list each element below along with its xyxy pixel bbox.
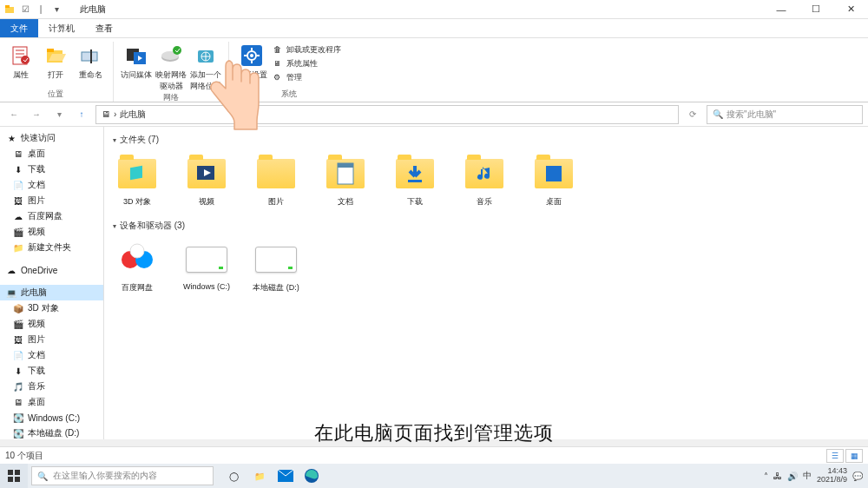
qat-dropdown-icon[interactable]: ▾ [50,3,62,16]
close-button[interactable]: ✕ [833,0,868,19]
ribbon-group-label: 系统 [281,89,297,102]
item-thumb [255,153,297,195]
file-item[interactable]: 本地磁盘 (D:) [250,239,302,293]
sidebar-item[interactable]: 🎬视频 [0,316,103,332]
view-icons-button[interactable]: ▦ [845,449,863,463]
file-item[interactable]: 视频 [181,153,233,208]
svg-rect-0 [5,7,14,13]
tray-ime-icon[interactable]: 中 [803,470,812,482]
sidebar-item[interactable]: 🖼图片 [0,193,103,208]
map-drive-button[interactable]: 映射网络驱动器 [155,42,187,92]
svg-rect-29 [546,166,562,181]
tray-volume-icon[interactable]: 🔊 [787,472,798,481]
edge-taskbar-icon[interactable] [302,466,321,485]
minimize-button[interactable]: — [764,0,799,19]
sidebar-root-快速访问[interactable]: ★快速访问 [0,130,103,146]
sidebar-item[interactable]: ☁百度网盘 [0,208,103,224]
explorer-taskbar-icon[interactable]: 📁 [250,466,269,485]
item-label: 3D 对象 [123,196,151,208]
file-item[interactable]: Windows (C:) [181,239,233,293]
section-header[interactable]: ▾文件夹 (7) [111,130,861,149]
titlebar: ☑ | ▾ 此电脑 — ☐ ✕ [0,0,868,19]
content-pane[interactable]: ▾文件夹 (7)3D 对象视频图片文档下载音乐桌面▾设备和驱动器 (3)百度网盘… [104,127,868,439]
cloud-icon: ☁ [12,210,24,222]
rename-button[interactable]: 重命名 [75,42,106,89]
nav-up-button[interactable]: ↑ [73,106,90,123]
sidebar-item[interactable]: 🖼图片 [0,332,103,347]
sidebar-item[interactable]: ⬇下载 [0,363,103,379]
uninstall-programs-button[interactable]: 🗑卸载或更改程序 [271,43,341,56]
sidebar-item[interactable]: 🖥桌面 [0,146,103,162]
sidebar-item[interactable]: 📄文档 [0,347,103,363]
qat-properties-icon[interactable]: ☑ [19,3,31,16]
sidebar-item[interactable]: 📦3D 对象 [0,300,103,316]
open-button[interactable]: 打开 [40,42,71,89]
sidebar-root-此电脑[interactable]: 💻此电脑 [0,285,103,300]
refresh-button[interactable]: ⟳ [684,106,701,123]
file-item[interactable]: 3D 对象 [111,153,163,208]
sidebar-item[interactable]: 📁新建文件夹 [0,240,103,255]
cortana-icon[interactable]: ◯ [224,466,243,485]
statusbar: 10 个项目 ☰ ▦ [0,446,868,464]
sidebar-item[interactable]: ⬇下载 [0,162,103,177]
view-details-button[interactable]: ☰ [826,449,844,463]
search-icon: 🔍 [713,109,723,119]
nav-recent-button[interactable]: ▾ [50,106,68,123]
nav-back-button[interactable]: ← [5,106,23,123]
system-properties-button[interactable]: 🖥系统属性 [271,57,341,69]
access-media-button[interactable]: 访问媒体 [121,42,152,92]
item-thumb [116,153,158,195]
item-label: 图片 [268,196,284,208]
taskbar-clock[interactable]: 14:43 2021/8/9 [817,467,847,485]
sidebar-item[interactable]: 🖥桌面 [0,394,103,410]
file-item[interactable]: 文档 [319,153,372,208]
manage-icon: ⚙ [271,71,283,83]
tab-view[interactable]: 查看 [85,19,123,37]
svg-point-32 [130,244,144,258]
search-field[interactable]: 🔍 搜索"此电脑" [707,105,863,124]
downloads-icon: ⬇ [12,163,24,175]
add-netloc-button[interactable]: 添加一个网络位置 [190,42,221,92]
ribbon-group-network: 访问媒体 映射网络驱动器 添加一个网络位置 网络 [121,42,229,102]
svg-rect-7 [90,49,92,63]
maximize-button[interactable]: ☐ [799,0,833,19]
sidebar-item[interactable]: 🎵音乐 [0,379,103,394]
svg-rect-5 [47,49,54,52]
section-header[interactable]: ▾设备和驱动器 (3) [111,216,861,235]
taskbar-search[interactable]: 🔍在这里输入你要搜索的内容 [31,466,214,485]
search-icon: 🔍 [37,472,48,481]
manage-button[interactable]: ⚙管理 [271,71,341,83]
file-item[interactable]: 音乐 [458,153,510,208]
file-item[interactable]: 桌面 [528,153,580,208]
nav-forward-button[interactable]: → [28,106,45,123]
media-icon [124,43,148,68]
tab-file[interactable]: 文件 [0,19,38,37]
ribbon-group-label: 位置 [48,89,63,102]
tab-computer[interactable]: 计算机 [38,19,85,37]
open-settings-button[interactable]: 打开设置 [236,42,267,89]
mail-taskbar-icon[interactable] [276,466,295,485]
tray-up-icon[interactable]: ˄ [764,472,768,481]
sidebar-item[interactable]: 🎬视频 [0,224,103,240]
start-button[interactable] [0,464,28,488]
rename-icon [78,43,102,68]
file-item[interactable]: 下载 [389,153,441,208]
sidebar-item[interactable]: 📄文档 [0,177,103,193]
notifications-icon[interactable]: 💬 [852,472,863,481]
properties-button[interactable]: 属性 [5,42,36,89]
tray-network-icon[interactable]: 🖧 [773,472,782,481]
uninstall-icon: 🗑 [271,43,283,56]
window-title: 此电脑 [80,3,106,16]
sidebar-root-OneDrive[interactable]: ☁OneDrive [0,262,103,278]
address-field[interactable]: 🖥 › 此电脑 [95,105,679,124]
file-item[interactable]: 百度网盘 [111,239,163,293]
item-thumb [394,153,436,195]
status-text: 10 个项目 [5,450,43,462]
addressbar: ← → ▾ ↑ 🖥 › 此电脑 ⟳ 🔍 搜索"此电脑" [0,102,868,127]
open-icon [43,43,68,68]
file-item[interactable]: 图片 [250,153,302,208]
navigation-pane[interactable]: ★快速访问🖥桌面⬇下载📄文档🖼图片☁百度网盘🎬视频📁新建文件夹☁OneDrive… [0,127,104,439]
item-thumb [325,153,366,195]
item-label: 百度网盘 [122,282,153,293]
item-thumb [533,153,575,195]
